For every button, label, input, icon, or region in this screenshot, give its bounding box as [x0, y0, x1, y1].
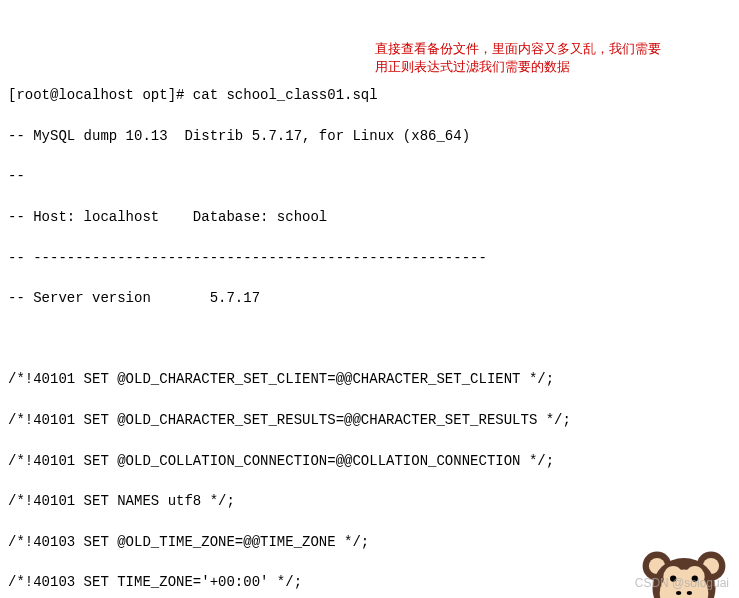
- output-line: [8, 329, 731, 349]
- watermark-text: CSDN @sologuai: [635, 575, 729, 592]
- output-line: -- -------------------------------------…: [8, 248, 731, 268]
- output-line: /*!40103 SET TIME_ZONE='+00:00' */;: [8, 572, 731, 592]
- annotation-text: 直接查看备份文件，里面内容又多又乱，我们需要 用正则表达式过滤我们需要的数据: [375, 40, 735, 76]
- output-line: --: [8, 166, 731, 186]
- output-line: /*!40101 SET @OLD_COLLATION_CONNECTION=@…: [8, 451, 731, 471]
- output-line: -- Host: localhost Database: school: [8, 207, 731, 227]
- annotation-line: 用正则表达式过滤我们需要的数据: [375, 58, 735, 76]
- output-line: /*!40101 SET @OLD_CHARACTER_SET_RESULTS=…: [8, 410, 731, 430]
- output-line: -- Server version 5.7.17: [8, 288, 731, 308]
- output-line: /*!40101 SET @OLD_CHARACTER_SET_CLIENT=@…: [8, 369, 731, 389]
- output-line: /*!40101 SET NAMES utf8 */;: [8, 491, 731, 511]
- output-line: /*!40103 SET @OLD_TIME_ZONE=@@TIME_ZONE …: [8, 532, 731, 552]
- annotation-line: 直接查看备份文件，里面内容又多又乱，我们需要: [375, 40, 735, 58]
- terminal-prompt: [root@localhost opt]# cat school_class01…: [8, 85, 731, 105]
- output-line: -- MySQL dump 10.13 Distrib 5.7.17, for …: [8, 126, 731, 146]
